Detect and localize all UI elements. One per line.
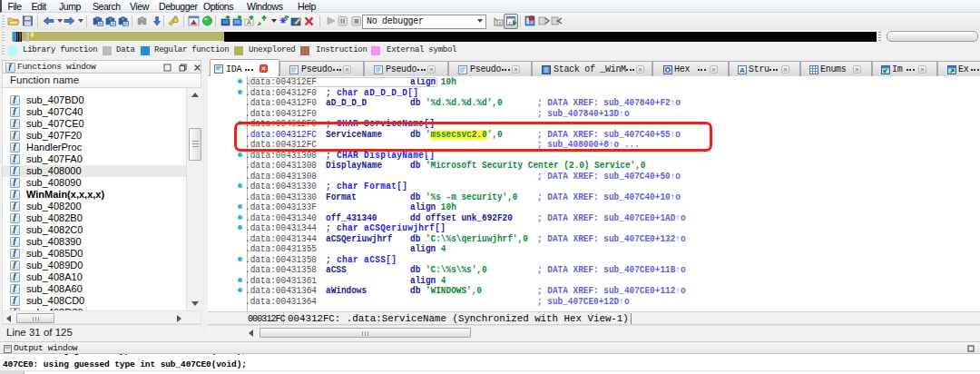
svg-text:c: c — [499, 20, 502, 25]
svg-text:c: c — [509, 20, 512, 25]
svg-text:A: A — [247, 19, 251, 25]
svg-text:A: A — [740, 66, 745, 74]
